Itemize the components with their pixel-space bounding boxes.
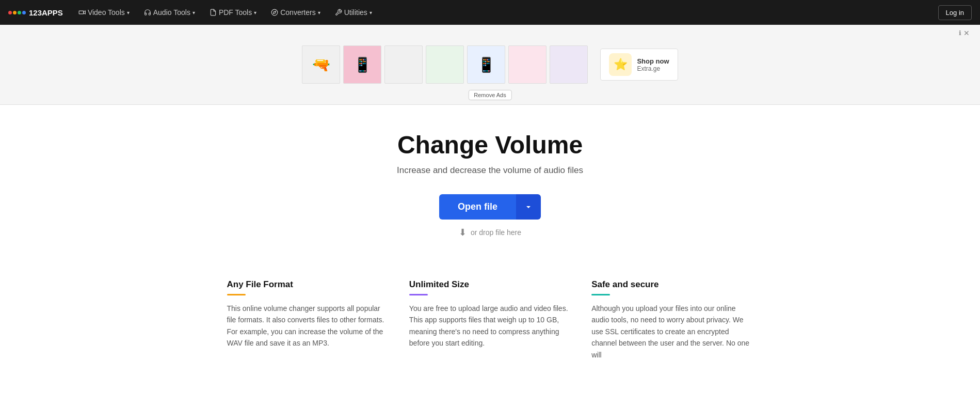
- nav-video-tools-label: Video Tools: [88, 8, 125, 17]
- ad-image-6: [508, 45, 547, 84]
- feature-any-format: Any File Format This online volume chang…: [227, 279, 389, 361]
- drop-zone[interactable]: ⬇ or drop file here: [459, 227, 521, 238]
- drop-icon: ⬇: [459, 227, 467, 238]
- open-file-container: Open file: [439, 194, 541, 220]
- ad-image-pink: 📱: [343, 45, 381, 84]
- feature-any-format-bar: [227, 294, 246, 295]
- ad-shop-now: Shop now: [637, 57, 669, 65]
- page-subtitle: Increase and decrease the volume of audi…: [397, 165, 583, 176]
- main-content: Change Volume Increase and decrease the …: [0, 105, 980, 259]
- pdf-icon: [210, 9, 217, 16]
- svg-marker-1: [84, 11, 86, 14]
- feature-safe-secure-bar: [591, 294, 610, 295]
- nav-converters[interactable]: Converters ▾: [266, 0, 325, 25]
- ad-banner: ℹ ✕ 🔫 📱 📱 ⭐ Shop now Extra.ge Remove Ads: [0, 25, 980, 105]
- feature-safe-secure-title: Safe and secure: [591, 279, 753, 290]
- ad-close-icon[interactable]: ✕: [963, 29, 970, 37]
- svg-rect-0: [79, 11, 84, 14]
- converters-icon: [271, 9, 278, 16]
- ad-image-3: [384, 45, 423, 84]
- brand-name: 123APPS: [29, 8, 63, 17]
- nav-converters-label: Converters: [280, 8, 315, 17]
- ad-controls: ℹ ✕: [959, 29, 970, 37]
- feature-unlimited-size-title: Unlimited Size: [409, 279, 571, 290]
- feature-safe-secure-text: Although you upload your files into our …: [591, 303, 753, 361]
- feature-any-format-text: This online volume changer supports all …: [227, 303, 389, 349]
- video-icon: [78, 9, 86, 16]
- open-file-dropdown-button[interactable]: [516, 194, 541, 220]
- nav-audio-tools-label: Audio Tools: [153, 8, 190, 17]
- nav-pdf-tools[interactable]: PDF Tools ▾: [204, 0, 262, 25]
- feature-any-format-title: Any File Format: [227, 279, 389, 290]
- nav-utilities-label: Utilities: [344, 8, 367, 17]
- ad-images: 🔫 📱 📱: [302, 45, 588, 84]
- svg-point-2: [271, 9, 278, 15]
- logo[interactable]: 123APPS: [8, 8, 63, 17]
- nav-pdf-chevron-icon: ▾: [254, 10, 256, 15]
- nav-converters-chevron-icon: ▾: [318, 10, 320, 15]
- ad-image-7: [550, 45, 588, 84]
- ad-info-icon[interactable]: ℹ: [959, 29, 961, 37]
- nav-video-tools[interactable]: Video Tools ▾: [73, 0, 135, 25]
- feature-unlimited-size: Unlimited Size You are free to upload la…: [409, 279, 571, 361]
- nav-video-chevron-icon: ▾: [127, 10, 130, 15]
- login-button[interactable]: Log in: [938, 5, 972, 20]
- ad-domain: Extra.ge: [637, 65, 669, 72]
- nav-audio-chevron-icon: ▾: [192, 10, 195, 15]
- features-section: Any File Format This online volume chang…: [206, 279, 774, 361]
- nav-utilities-chevron-icon: ▾: [369, 10, 372, 15]
- drop-zone-label: or drop file here: [471, 228, 521, 237]
- nav-utilities[interactable]: Utilities ▾: [330, 0, 377, 25]
- ad-side-text: Shop now Extra.ge: [637, 57, 669, 72]
- nav-pdf-tools-label: PDF Tools: [219, 8, 252, 17]
- ad-side-logo: ⭐: [609, 53, 632, 76]
- ad-side-panel[interactable]: ⭐ Shop now Extra.ge: [600, 49, 678, 81]
- chevron-down-icon: [524, 203, 533, 211]
- nav-audio-tools[interactable]: Audio Tools ▾: [139, 0, 200, 25]
- ad-image-4: [426, 45, 464, 84]
- open-file-button[interactable]: Open file: [439, 194, 516, 220]
- remove-ads-button[interactable]: Remove Ads: [468, 90, 511, 100]
- feature-unlimited-size-text: You are free to upload large audio and v…: [409, 303, 571, 349]
- page-title: Change Volume: [397, 131, 583, 159]
- ad-image-gun: 🔫: [302, 45, 340, 84]
- feature-unlimited-size-bar: [409, 294, 428, 295]
- logo-dots: [8, 11, 26, 14]
- audio-icon: [144, 9, 151, 16]
- navbar: 123APPS Video Tools ▾ Audio Tools ▾ PDF …: [0, 0, 980, 25]
- feature-safe-secure: Safe and secure Although you upload your…: [591, 279, 753, 361]
- ad-image-phone: 📱: [467, 45, 505, 84]
- utilities-icon: [335, 9, 342, 16]
